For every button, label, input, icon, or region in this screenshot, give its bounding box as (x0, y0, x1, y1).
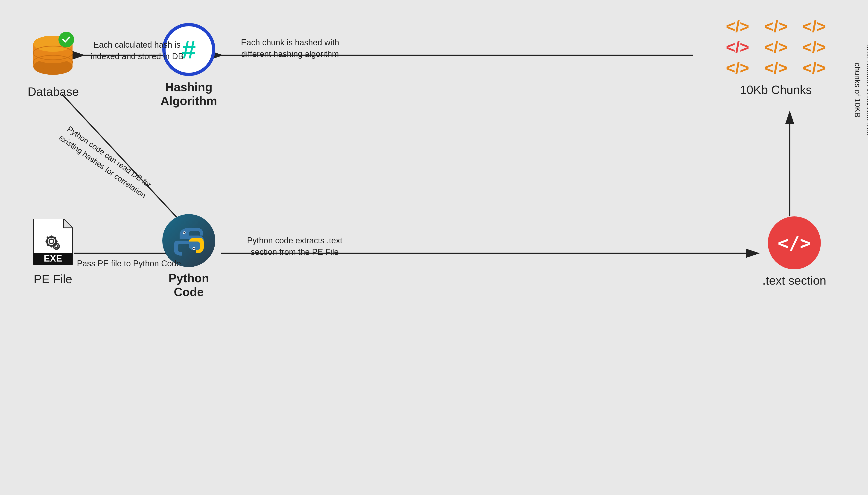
chunk-icon-4: </> (721, 39, 754, 55)
svg-rect-20 (51, 245, 52, 248)
svg-point-28 (55, 245, 58, 248)
python-code-label: Python Code (156, 271, 221, 299)
chunk-icon-8: </> (759, 60, 793, 76)
svg-rect-22 (55, 241, 58, 242)
svg-rect-21 (46, 241, 48, 242)
chunks-node: </> </> </> </> </> </> </> </> </> 10Kb… (716, 18, 836, 97)
svg-point-34 (193, 248, 194, 249)
chunk-icon-2: </> (759, 18, 793, 35)
arrow-label-chunks-to-hash: Each chunk is hashed withdifferent hashi… (233, 37, 348, 60)
hashing-algorithm-node: # Hashing Algorithm (156, 23, 221, 108)
text-section-label: .text section (762, 274, 827, 287)
svg-rect-19 (51, 236, 52, 238)
chunk-icon-1: </> (721, 18, 754, 35)
arrow-label-python-to-text: Python code extracts .textsection from t… (233, 235, 357, 258)
database-node: Database (28, 30, 78, 99)
chunk-icon-5: </> (759, 39, 793, 55)
python-code-node: Python Code (156, 214, 221, 299)
svg-point-18 (49, 239, 54, 244)
chunk-icon-7: </> (721, 60, 754, 76)
chunks-label: 10Kb Chunks (716, 83, 836, 97)
pe-file-icon: EXE (31, 219, 75, 267)
text-section-circle: </> (768, 217, 821, 269)
database-icon (30, 30, 76, 81)
svg-text:EXE: EXE (44, 253, 62, 263)
chunk-icon-3: </> (797, 18, 831, 35)
chunk-icon-6: </> (797, 39, 831, 55)
text-section-node: </> .text section (762, 217, 827, 287)
svg-point-16 (58, 32, 74, 48)
arrow-label-text-to-chunks: .text section is divided intochunks of 1… (852, 42, 868, 138)
chunk-icon-9: </> (797, 60, 831, 76)
pe-file-node: EXE PE File (28, 219, 78, 286)
hashing-algorithm-label: Hashing Algorithm (156, 80, 221, 108)
diagram-container: Database # Hashing Algorithm </> </> </>… (0, 0, 868, 495)
arrow-label-db-to-hash: Each calculated hash is indexed and stor… (87, 39, 187, 63)
svg-point-32 (184, 232, 185, 234)
database-label: Database (28, 85, 78, 99)
arrow-label-pe-to-python: Pass PE file to Python Code (74, 258, 184, 269)
pe-file-label: PE File (28, 272, 78, 286)
python-logo (173, 224, 205, 257)
code-bracket-symbol: </> (778, 232, 811, 254)
arrow-label-db-to-python: Python code can read DB forexisting hash… (46, 115, 165, 208)
chunks-grid: </> </> </> </> </> </> </> </> </> (716, 18, 836, 76)
